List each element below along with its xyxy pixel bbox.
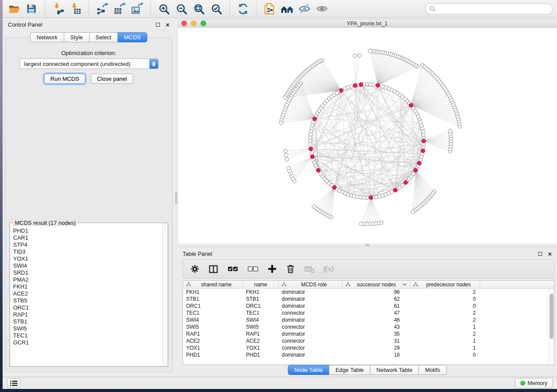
create-column-icon[interactable]	[267, 264, 277, 274]
graph-satellite-node[interactable]	[312, 205, 315, 208]
mcds-result-item[interactable]: RAP1	[10, 311, 162, 318]
table-row[interactable]: PHD1PHD1dominator180	[183, 351, 554, 358]
column-header-shared-name[interactable]: shared name	[183, 281, 243, 288]
graph-mcds-hub-node[interactable]	[353, 83, 357, 87]
mcds-result-item[interactable]: SWI5	[10, 325, 162, 332]
graph-satellite-node[interactable]	[284, 149, 287, 153]
tab-network-table[interactable]: Network Table	[370, 365, 419, 375]
table-row[interactable]: YOX1YOX1connector291	[183, 344, 554, 351]
mcds-result-item[interactable]: PMA2	[10, 276, 162, 283]
mcds-result-item[interactable]: TEC1	[10, 332, 162, 339]
show-selected-columns-icon[interactable]	[227, 263, 239, 275]
mcds-result-item[interactable]: STP4	[10, 241, 162, 248]
mcds-result-item[interactable]: STB5	[10, 297, 162, 304]
graph-node[interactable]	[381, 85, 384, 88]
export-network-icon[interactable]	[95, 2, 109, 16]
search-field[interactable]	[425, 3, 553, 14]
open-session-icon[interactable]	[7, 2, 21, 16]
optimization-criterion-select[interactable]: largest connected component (undirected)	[20, 58, 159, 69]
close-panel-icon[interactable]: ×	[166, 23, 170, 27]
tab-network[interactable]: Network	[30, 32, 64, 42]
graph-mcds-hub-node[interactable]	[417, 161, 421, 165]
show-log-panel-button[interactable]	[7, 378, 20, 388]
graph-mcds-hub-node[interactable]	[422, 139, 426, 143]
column-header-MCDS-role[interactable]: MCDS role	[279, 281, 343, 288]
close-table-panel-icon[interactable]: ×	[548, 252, 552, 256]
hide-selected-icon[interactable]	[298, 2, 311, 16]
graph-mcds-hub-node[interactable]	[359, 83, 363, 86]
graph-node[interactable]	[390, 190, 393, 194]
graph-node[interactable]	[365, 196, 369, 199]
delete-column-icon[interactable]	[286, 264, 295, 274]
mcds-result-item[interactable]: PHD1	[10, 227, 162, 234]
graph-mcds-hub-node[interactable]	[421, 149, 425, 153]
graph-mcds-hub-node[interactable]	[369, 196, 373, 199]
graph-mcds-hub-node[interactable]	[309, 147, 313, 151]
graph-satellite-node[interactable]	[358, 54, 361, 57]
table-row[interactable]: ACE2ACE2connector311	[183, 337, 554, 344]
mcds-result-item[interactable]: ACE2	[10, 290, 162, 297]
graph-satellite-node[interactable]	[411, 210, 415, 213]
graph-mcds-hub-node[interactable]	[414, 168, 418, 172]
graph-satellite-node[interactable]	[287, 166, 290, 170]
graph-mcds-hub-node[interactable]	[313, 117, 317, 121]
new-network-from-selection-icon[interactable]	[263, 2, 277, 16]
graph-satellite-node[interactable]	[285, 158, 289, 161]
search-input[interactable]	[439, 6, 549, 12]
mcds-result-item[interactable]: CAR1	[10, 234, 162, 241]
network-window-titlebar[interactable]: YPA_prune.txt_1	[177, 19, 557, 28]
graph-mcds-hub-node[interactable]	[404, 181, 408, 185]
table-row[interactable]: RAP1RAP1dominator352	[183, 330, 554, 337]
mcds-result-item[interactable]: FKH1	[10, 283, 162, 290]
column-header-successor-nodes[interactable]: successor nodes	[343, 281, 410, 288]
table-row[interactable]: ORC1ORC1dominator610	[183, 303, 554, 309]
tab-edge-table[interactable]: Edge Table	[329, 365, 370, 375]
graph-satellite-node[interactable]	[284, 96, 287, 99]
graph-satellite-node[interactable]	[353, 54, 356, 58]
table-row[interactable]: STB1STB1dominator620	[183, 296, 554, 303]
first-neighbors-icon[interactable]	[280, 2, 294, 16]
graph-mcds-hub-node[interactable]	[376, 83, 380, 87]
tab-motifs[interactable]: Motifs	[419, 365, 447, 375]
graph-satellite-node[interactable]	[284, 153, 288, 157]
graph-mcds-hub-node[interactable]	[316, 168, 320, 172]
mcds-result-item[interactable]: SWI4	[10, 262, 162, 269]
column-header-name[interactable]: name	[243, 281, 279, 288]
split-pane-grip[interactable]	[365, 244, 369, 246]
mcds-result-item[interactable]: SRD1	[10, 269, 162, 276]
tab-style[interactable]: Style	[64, 32, 90, 42]
hide-unselected-columns-icon[interactable]	[247, 263, 259, 275]
zoom-out-icon[interactable]	[174, 2, 188, 16]
mcds-result-item[interactable]: YOX1	[10, 255, 162, 262]
function-builder-icon[interactable]: f(x)	[323, 265, 334, 273]
save-session-icon[interactable]	[24, 2, 38, 16]
table-row[interactable]: FKH1FKH1dominator962	[183, 289, 554, 296]
mcds-result-scrollbar[interactable]	[162, 223, 168, 366]
column-settings-icon[interactable]	[190, 264, 200, 274]
export-table-icon[interactable]	[113, 2, 127, 16]
table-row[interactable]: SWI5SWI5connector431	[183, 323, 554, 330]
graph-node[interactable]	[308, 142, 312, 146]
graph-satellite-node[interactable]	[279, 121, 283, 124]
graph-mcds-hub-node[interactable]	[332, 186, 336, 189]
network-canvas[interactable]	[177, 28, 557, 244]
zoom-selected-region-icon[interactable]	[209, 2, 223, 16]
show-all-icon[interactable]	[315, 2, 329, 16]
import-table-icon[interactable]	[69, 2, 83, 16]
window-close-icon[interactable]	[181, 21, 187, 26]
refresh-network-icon[interactable]	[236, 2, 250, 16]
close-panel-button[interactable]: Close panel	[91, 74, 133, 84]
graph-mcds-hub-node[interactable]	[409, 103, 413, 107]
tab-select[interactable]: Select	[89, 32, 118, 42]
node-table-scrollbar[interactable]	[548, 289, 554, 364]
table-row[interactable]: SWI4SWI4dominator462	[183, 316, 554, 323]
graph-node[interactable]	[401, 183, 404, 187]
tab-node-table[interactable]: Node Table	[287, 365, 329, 375]
mcds-result-item[interactable]: TID3	[10, 248, 162, 255]
import-network-icon[interactable]	[51, 2, 65, 16]
graph-satellite-node[interactable]	[360, 222, 363, 225]
graph-mcds-hub-node[interactable]	[393, 188, 397, 192]
export-image-icon[interactable]	[130, 2, 144, 16]
zoom-in-icon[interactable]	[157, 2, 171, 16]
graph-satellite-node[interactable]	[448, 129, 452, 132]
